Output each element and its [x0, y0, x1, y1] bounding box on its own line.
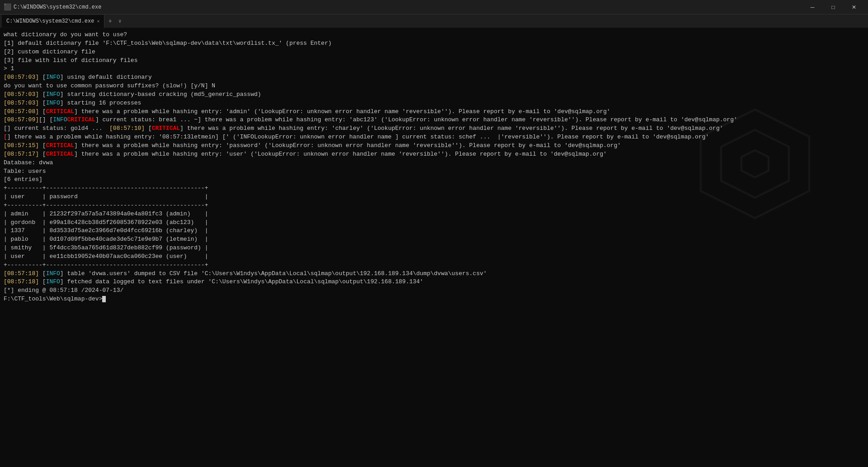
table-data-row: | smithy | 5f4dcc3b5aa765d61d8327deb882c… — [4, 244, 864, 253]
terminal-line: [08:57:03] [INFO] starting dictionary-ba… — [4, 91, 864, 99]
terminal-line: Table: users — [4, 167, 864, 176]
terminal-line: [08:57:15] [CRITICAL] there was a proble… — [4, 142, 864, 150]
tab-label: C:\WINDOWS\system32\cmd.exe — [6, 18, 94, 24]
terminal-line: [08:57:18] [INFO] fetched data logged to… — [4, 278, 864, 286]
app-icon: ⬛ — [4, 4, 11, 11]
terminal-line: [] there was a problem while hashing ent… — [4, 133, 864, 142]
tab-chevron-button[interactable]: ∨ — [116, 18, 124, 24]
tab-bar: C:\WINDOWS\system32\cmd.exe ✕ + ∨ — [0, 14, 868, 28]
terminal-line: [3] file with list of dictionary files — [4, 57, 864, 65]
ending-line: [*] ending @ 08:57:18 /2024-07-13/ — [4, 286, 864, 295]
terminal-line: [08:57:09][] [INFOCRITICAL] current stat… — [4, 116, 864, 124]
title-bar: ⬛ C:\WINDOWS\system32\cmd.exe ─ □ ✕ — [0, 0, 868, 14]
terminal-line: [] current status: gold4 ... [08:57:10] … — [4, 124, 864, 133]
terminal-line: [2] custom dictionary file — [4, 48, 864, 57]
table-data-row: | admin | 21232f297a57a5a743894a0e4a801f… — [4, 210, 864, 219]
window-title: C:\WINDOWS\system32\cmd.exe — [14, 4, 802, 10]
terminal-line: [08:57:18] [INFO] table 'dvwa.users' dum… — [4, 270, 864, 278]
table-data-row: | 1337 | 8d3533d75ae2c3966d7e0d4fcc69216… — [4, 227, 864, 235]
terminal-line: do you want to use common password suffi… — [4, 82, 864, 91]
terminal-line: > 1 — [4, 65, 864, 73]
tab-close-button[interactable]: ✕ — [97, 19, 99, 24]
table-row: +----------+----------------------------… — [4, 184, 864, 193]
close-button[interactable]: ✕ — [844, 0, 864, 14]
window-controls: ─ □ ✕ — [802, 0, 864, 14]
terminal-line: what dictionary do you want to use? — [4, 31, 864, 39]
table-data-row: | gordonb | e99a18c428cb38d5f26085367892… — [4, 219, 864, 227]
terminal-line: [08:57:03] [INFO] using default dictiona… — [4, 73, 864, 82]
table-row: +----------+----------------------------… — [4, 201, 864, 210]
terminal-line: [08:57:08] [CRITICAL] there was a proble… — [4, 108, 864, 116]
terminal-line: [6 entries] — [4, 176, 864, 184]
table-row: +----------+----------------------------… — [4, 261, 864, 270]
terminal-line: [08:57:17] [CRITICAL] there was a proble… — [4, 150, 864, 159]
new-tab-button[interactable]: + — [104, 18, 115, 25]
terminal-line: Database: dvwa — [4, 159, 864, 167]
restore-button[interactable]: □ — [823, 0, 844, 14]
minimize-button[interactable]: ─ — [802, 0, 823, 14]
table-data-row: | user | ee11cbb19052e40b07aac0ca060c23e… — [4, 253, 864, 261]
terminal-line: [1] default dictionary file 'F:\CTF_tool… — [4, 39, 864, 48]
active-tab[interactable]: C:\WINDOWS\system32\cmd.exe ✕ — [2, 15, 104, 28]
terminal-output: what dictionary do you want to use?[1] d… — [0, 28, 868, 467]
table-data-row: | pablo | 0d107d09f5bbe40cade3de5c71e9e9… — [4, 235, 864, 244]
table-header-row: | user | password | — [4, 193, 864, 201]
prompt-line: F:\CTF_tools\Web\sqlmap-dev> — [4, 295, 864, 304]
terminal-line: [08:57:03] [INFO] starting 16 processes — [4, 99, 864, 108]
